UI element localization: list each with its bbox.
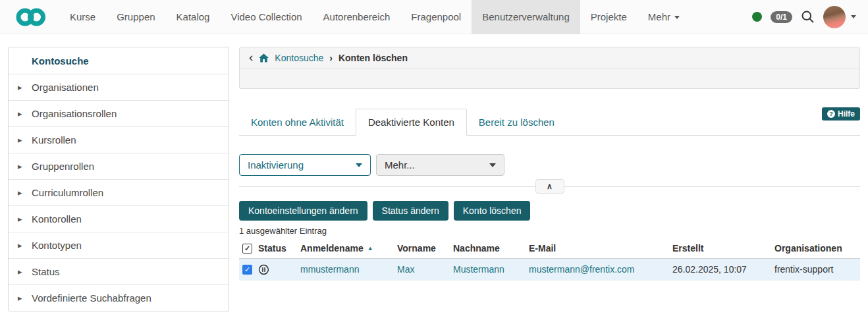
sort-ascending-icon: ▲: [367, 245, 373, 252]
sidebar-item-status[interactable]: Status: [9, 258, 229, 284]
sidebar-item-label: Kontotypen: [32, 240, 82, 251]
nav-item-video-collection[interactable]: Video Collection: [220, 0, 312, 34]
sidebar-item-label: Gruppenrollen: [32, 161, 94, 172]
user-menu[interactable]: [823, 6, 856, 28]
chevron-right-icon: [18, 240, 26, 250]
nav-item-gruppen[interactable]: Gruppen: [106, 0, 165, 34]
breadcrumb-current: Konten löschen: [339, 53, 408, 63]
openolat-logo[interactable]: [16, 7, 46, 27]
chevron-down-icon: [674, 16, 680, 19]
sidebar-item-label: Vordefinierte Suchabfragen: [32, 292, 151, 304]
main-content: ‹ Kontosuche › Konten löschen ? Hilfe Ko…: [239, 47, 860, 281]
cell-anmeldename[interactable]: mmustermann: [300, 264, 397, 275]
column-header-email[interactable]: E-Mail: [529, 243, 672, 254]
table-header-row: ✓ Status Anmeldename▲ Vorname Nachname E…: [239, 238, 860, 259]
inaktivierung-filter-dropdown[interactable]: Inaktivierung: [239, 154, 371, 176]
sidebar-item-kontotypen[interactable]: Kontotypen: [9, 232, 229, 258]
change-account-settings-button[interactable]: Kontoeinstellungen ändern: [239, 201, 367, 221]
chevron-down-icon: [489, 163, 496, 167]
collapse-filters-button[interactable]: ∧: [535, 179, 564, 194]
cell-email[interactable]: mustermann@frentix.com: [529, 264, 672, 275]
chevron-down-icon: [356, 163, 362, 167]
search-button[interactable]: [801, 10, 815, 24]
sidebar-item-label: Kursrollen: [32, 134, 76, 146]
column-header-label: Anmeldename: [300, 243, 364, 254]
avatar[interactable]: [823, 6, 846, 28]
main-menu: Kurse Gruppen Katalog Video Collection A…: [59, 0, 690, 34]
tab-deaktivierte-konten[interactable]: Deaktivierte Konten: [356, 109, 467, 136]
cell-vorname[interactable]: Max: [397, 264, 453, 275]
sidebar-item-label: Curriculumrollen: [32, 187, 103, 198]
cell-organisationen: frentix-support: [774, 264, 860, 275]
tabs-zone: ? Hilfe Konten ohne Aktivität Deaktivier…: [239, 109, 860, 136]
home-breadcrumb-link[interactable]: [259, 53, 269, 63]
table-row[interactable]: ✓ mmustermann Max Mustermann mustermann@…: [239, 259, 860, 281]
search-icon: [801, 10, 815, 24]
cell-nachname[interactable]: Mustermann: [453, 264, 529, 275]
nav-item-fragenpool[interactable]: Fragenpool: [400, 0, 472, 34]
top-navigation-bar: Kurse Gruppen Katalog Video Collection A…: [0, 0, 868, 34]
sidebar-item-curriculumrollen[interactable]: Curriculumrollen: [9, 179, 229, 205]
more-filters-dropdown[interactable]: Mehr...: [376, 154, 504, 176]
selection-count-note: 1 ausgewählter Eintrag: [239, 226, 860, 236]
row-checkbox[interactable]: ✓: [242, 265, 252, 275]
chevron-right-icon: [18, 82, 26, 92]
column-header-vorname[interactable]: Vorname: [397, 243, 453, 254]
help-button[interactable]: ? Hilfe: [822, 107, 860, 121]
question-mark-icon: ?: [827, 110, 835, 118]
column-header-nachname[interactable]: Nachname: [453, 243, 529, 254]
chevron-right-icon: [18, 109, 26, 119]
sidebar-item-label: Organisationsrollen: [32, 108, 117, 119]
cell-erstellt: 26.02.2025, 10:07: [672, 264, 774, 275]
filter-label: Inaktivierung: [248, 159, 304, 171]
select-all-checkbox[interactable]: ✓: [242, 244, 252, 254]
tab-bereit-zu-loeschen[interactable]: Bereit zu löschen: [467, 109, 566, 135]
sidebar-item-organisationen[interactable]: Organisationen: [9, 74, 229, 100]
status-paused-icon: [258, 264, 300, 275]
nav-item-projekte[interactable]: Projekte: [580, 0, 637, 34]
chevron-down-icon: [851, 15, 856, 18]
delete-account-button[interactable]: Konto löschen: [454, 201, 531, 221]
sidebar-item-kontosuche[interactable]: Kontosuche: [9, 47, 229, 74]
nav-item-autorenbereich[interactable]: Autorenbereich: [313, 0, 401, 34]
sidebar-item-gruppenrollen[interactable]: Gruppenrollen: [9, 153, 229, 179]
breadcrumb-panel: ‹ Kontosuche › Konten löschen: [239, 47, 860, 89]
user-counter-badge[interactable]: 0/1: [771, 11, 792, 23]
sidebar-item-organisationsrollen[interactable]: Organisationsrollen: [9, 100, 229, 126]
online-status-dot: [752, 12, 762, 22]
chevron-right-icon: [18, 135, 26, 145]
nav-item-mehr-label: Mehr: [648, 11, 670, 22]
breadcrumb: ‹ Kontosuche › Konten löschen: [240, 47, 859, 68]
nav-item-katalog[interactable]: Katalog: [166, 0, 221, 34]
sidebar-item-label: Organisationen: [32, 82, 99, 93]
sidebar-item-kursrollen[interactable]: Kursrollen: [9, 126, 229, 153]
chevron-right-icon: [18, 161, 26, 171]
tab-konten-ohne-aktivitaet[interactable]: Konten ohne Aktivität: [239, 109, 356, 135]
sidebar-item-kontorollen[interactable]: Kontorollen: [9, 205, 229, 232]
nav-item-mehr[interactable]: Mehr: [637, 0, 690, 34]
change-status-button[interactable]: Status ändern: [373, 201, 448, 221]
sidebar-item-label: Status: [32, 266, 60, 277]
bulk-actions: Kontoeinstellungen ändern Status ändern …: [239, 201, 860, 221]
filter-label: Mehr...: [385, 159, 415, 171]
column-header-organisationen[interactable]: Organisationen: [774, 243, 860, 254]
sidebar-item-label: Kontosuche: [32, 55, 89, 67]
chevron-right-icon: [18, 214, 26, 224]
accounts-table: ✓ Status Anmeldename▲ Vorname Nachname E…: [239, 238, 860, 281]
sidebar-item-vordefinierte-suchabfragen[interactable]: Vordefinierte Suchabfragen: [9, 284, 229, 311]
column-header-erstellt[interactable]: Erstellt: [672, 243, 774, 254]
topbar-right-cluster: 0/1: [752, 6, 856, 28]
breadcrumb-separator: ›: [329, 53, 333, 63]
tab-bar: Konten ohne Aktivität Deaktivierte Konte…: [239, 109, 860, 136]
column-header-anmeldename[interactable]: Anmeldename▲: [300, 243, 397, 254]
column-header-status[interactable]: Status: [258, 243, 300, 254]
nav-item-benutzerverwaltung[interactable]: Benutzerverwaltung: [472, 0, 580, 34]
back-button[interactable]: ‹: [249, 51, 253, 63]
chevron-right-icon: [18, 188, 26, 198]
home-icon: [259, 53, 269, 63]
sidebar-item-label: Kontorollen: [32, 213, 82, 225]
breadcrumb-link-kontosuche[interactable]: Kontosuche: [275, 53, 323, 63]
breadcrumb-subrow: [240, 68, 859, 89]
account-search-sidebar: Kontosuche Organisationen Organisationsr…: [8, 47, 229, 311]
nav-item-kurse[interactable]: Kurse: [59, 0, 106, 34]
